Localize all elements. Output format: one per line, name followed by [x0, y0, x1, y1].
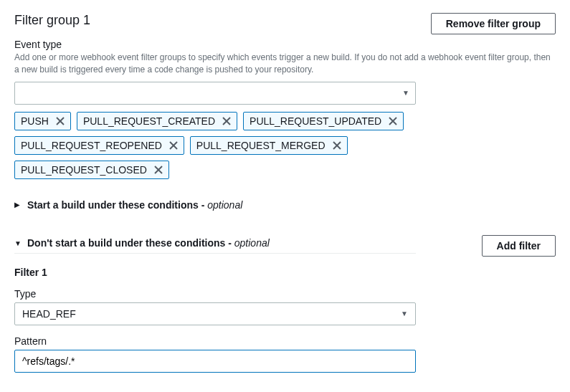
triangle-down-icon: ▼ — [14, 239, 22, 247]
triangle-right-icon: ▶ — [14, 201, 22, 209]
tag-pr-closed: PULL_REQUEST_CLOSED — [14, 161, 169, 179]
remove-filter-group-button[interactable]: Remove filter group — [431, 13, 556, 34]
caret-down-icon: ▼ — [401, 310, 408, 317]
tag-label: PULL_REQUEST_CLOSED — [21, 164, 147, 176]
tag-pr-reopened: PULL_REQUEST_REOPENED — [14, 136, 184, 155]
event-type-label: Event type — [14, 39, 556, 50]
tag-push: PUSH — [14, 112, 71, 130]
add-filter-button[interactable]: Add filter — [482, 235, 556, 257]
start-conditions-title: Start a build under these conditions - — [27, 199, 204, 211]
event-type-tags: PUSH PULL_REQUEST_CREATED PULL_REQUEST_U… — [14, 112, 416, 179]
tag-pr-updated: PULL_REQUEST_UPDATED — [243, 112, 404, 130]
tag-pr-created: PULL_REQUEST_CREATED — [77, 112, 237, 130]
event-type-select[interactable]: ▼ — [14, 82, 416, 105]
event-type-help: Add one or more webhook event filter gro… — [14, 52, 556, 76]
filter-pattern-input[interactable] — [14, 350, 416, 373]
filter-group-title: Filter group 1 — [14, 13, 90, 28]
optional-label: optional — [234, 237, 270, 249]
remove-tag-icon[interactable] — [169, 141, 178, 150]
tag-label: PULL_REQUEST_CREATED — [83, 115, 215, 127]
optional-label: optional — [207, 199, 242, 211]
remove-tag-icon[interactable] — [154, 166, 163, 174]
filter-type-select[interactable]: HEAD_REF ▼ — [14, 302, 416, 325]
remove-tag-icon[interactable] — [56, 117, 65, 125]
tag-label: PUSH — [21, 115, 49, 127]
tag-pr-merged: PULL_REQUEST_MERGED — [190, 136, 348, 155]
filter-name: Filter 1 — [14, 267, 556, 278]
filter-pattern-label: Pattern — [14, 335, 556, 347]
dont-start-conditions-expander[interactable]: ▼ Don't start a build under these condit… — [14, 237, 416, 254]
tag-label: PULL_REQUEST_MERGED — [196, 140, 326, 151]
start-conditions-expander[interactable]: ▶ Start a build under these conditions -… — [14, 199, 416, 215]
dont-start-conditions-title: Don't start a build under these conditio… — [27, 237, 232, 249]
remove-tag-icon[interactable] — [389, 117, 397, 125]
filter-type-label: Type — [14, 288, 556, 300]
filter-type-value: HEAD_REF — [22, 308, 76, 320]
caret-down-icon: ▼ — [402, 89, 409, 97]
tag-label: PULL_REQUEST_UPDATED — [250, 115, 381, 127]
remove-tag-icon[interactable] — [222, 117, 231, 125]
tag-label: PULL_REQUEST_REOPENED — [21, 140, 162, 151]
remove-tag-icon[interactable] — [333, 141, 341, 150]
